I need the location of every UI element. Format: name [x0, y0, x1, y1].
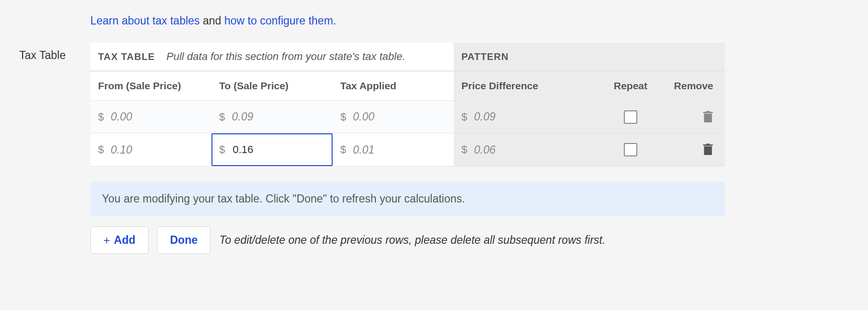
from-field[interactable]: $ 0.10 — [98, 143, 204, 156]
table-row: $ 0.10 $ $ 0.01 — [90, 133, 725, 166]
dollar-sign-icon: $ — [461, 143, 467, 156]
dollar-sign-icon: $ — [340, 111, 346, 123]
intro-text: Learn about tax tables and how to config… — [90, 14, 725, 27]
to-field[interactable]: $ 0.09 — [219, 110, 325, 123]
tax-table-title: TAX TABLE — [98, 51, 155, 62]
tax-table: TAX TABLE Pull data for this section fro… — [90, 43, 725, 167]
actions-hint: To edit/delete one of the previous rows,… — [219, 234, 605, 247]
col-header-remove: Remove — [663, 72, 725, 100]
col-header-tax: Tax Applied — [333, 72, 454, 100]
col-header-from: From (Sale Price) — [90, 72, 211, 100]
dollar-sign-icon: $ — [340, 143, 346, 156]
tax-field[interactable]: $ 0.00 — [340, 110, 446, 123]
section-label: Tax Table — [19, 14, 90, 62]
table-section-header: TAX TABLE Pull data for this section fro… — [90, 43, 725, 72]
svg-rect-2 — [706, 111, 709, 112]
svg-rect-4 — [703, 144, 713, 146]
column-headers: From (Sale Price) To (Sale Price) Tax Ap… — [90, 72, 725, 101]
intro-middle: and — [200, 14, 224, 27]
add-button[interactable]: + Add — [90, 227, 149, 254]
svg-rect-5 — [706, 143, 709, 144]
svg-rect-1 — [703, 112, 713, 113]
dollar-sign-icon: $ — [219, 143, 225, 156]
dollar-sign-icon: $ — [98, 143, 104, 156]
table-row: $ 0.00 $ 0.09 $ 0.00 — [90, 101, 725, 133]
repeat-checkbox[interactable] — [624, 143, 637, 156]
repeat-checkbox[interactable] — [624, 110, 637, 124]
col-header-repeat: Repeat — [598, 72, 663, 100]
pattern-title: PATTERN — [461, 51, 508, 62]
tax-table-hint: Pull data for this section from your sta… — [166, 50, 405, 63]
dollar-sign-icon: $ — [98, 111, 104, 123]
tax-field[interactable]: $ 0.01 — [340, 143, 446, 156]
diff-field[interactable]: $ 0.09 — [461, 110, 590, 123]
dollar-sign-icon: $ — [461, 111, 467, 123]
dollar-sign-icon: $ — [219, 111, 225, 123]
from-value: 0.10 — [111, 143, 132, 156]
learn-link[interactable]: Learn about tax tables — [90, 14, 200, 27]
col-header-to: To (Sale Price) — [211, 72, 333, 100]
tax-value: 0.01 — [353, 143, 374, 156]
done-button[interactable]: Done — [157, 227, 211, 254]
add-button-label: Add — [114, 234, 136, 247]
col-header-diff: Price Difference — [454, 72, 598, 100]
to-field[interactable]: $ — [211, 133, 333, 166]
to-value: 0.09 — [232, 110, 253, 123]
diff-field[interactable]: $ 0.06 — [461, 143, 590, 156]
svg-rect-0 — [704, 113, 712, 122]
plus-icon: + — [103, 235, 110, 246]
configure-link[interactable]: how to configure them. — [224, 14, 336, 27]
tax-value: 0.00 — [353, 110, 374, 123]
from-value: 0.00 — [111, 110, 132, 123]
diff-value: 0.09 — [474, 110, 496, 123]
trash-icon[interactable] — [703, 143, 713, 156]
to-input[interactable] — [232, 143, 275, 156]
from-field[interactable]: $ 0.00 — [98, 110, 204, 123]
trash-icon[interactable] — [703, 111, 713, 123]
svg-rect-3 — [704, 146, 712, 155]
diff-value: 0.06 — [474, 143, 496, 156]
done-button-label: Done — [170, 234, 198, 247]
actions-row: + Add Done To edit/delete one of the pre… — [90, 227, 725, 254]
info-banner: You are modifying your tax table. Click … — [90, 182, 725, 216]
